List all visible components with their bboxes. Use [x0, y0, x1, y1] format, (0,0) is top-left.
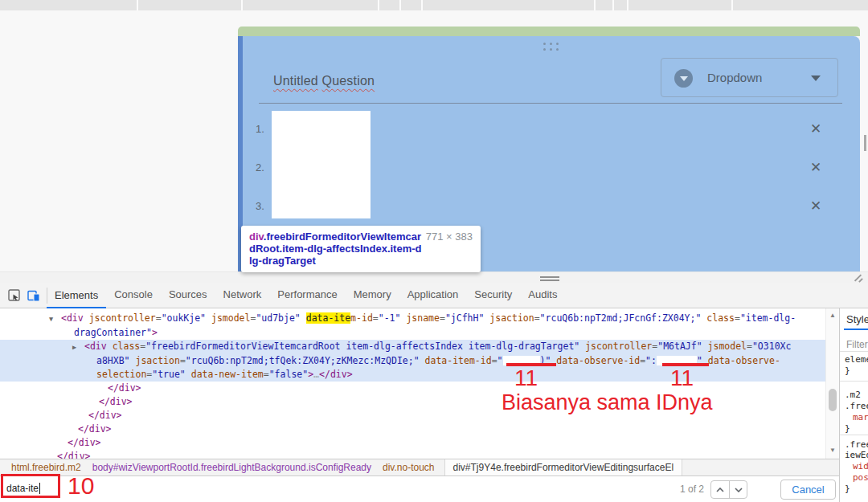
devtools-tabs: Elements Console Sources Network Perform… — [47, 283, 565, 308]
styles-separator — [840, 351, 868, 352]
style-rule-text: .free — [845, 439, 868, 450]
annotation-11-left: 11 — [514, 365, 538, 391]
inspect-tooltip: div.freebirdFormeditorViewItemcardRoot.i… — [241, 226, 481, 272]
style-property-text: wid — [853, 461, 868, 471]
splitter-handle[interactable] — [540, 280, 559, 281]
style-rule-text: } — [845, 423, 850, 434]
breadcrumb-item-body[interactable]: body#wizViewportRootId.freebirdLightBack… — [92, 462, 371, 473]
closing-tag-line[interactable]: </div> — [0, 450, 825, 459]
styles-separator — [840, 381, 868, 382]
question-title-input[interactable]: Untitled Question — [273, 74, 375, 88]
dom-node-line[interactable]: ▼<div jscontroller="oukKje" jsmodel="ud7… — [0, 312, 825, 326]
breadcrumb-item-html[interactable]: html.freebird.m2 — [11, 462, 81, 473]
tooltip-selector: div.freebirdFormeditorViewItemcardRoot.i… — [249, 231, 424, 267]
devtools-splitter[interactable] — [0, 271, 868, 283]
tab-separator — [627, 0, 628, 10]
tooltip-dimensions: 771 × 383 — [426, 231, 473, 243]
tab-styles[interactable]: Styles — [846, 313, 868, 325]
style-property-text: pos — [853, 472, 868, 483]
previous-match-button[interactable] — [711, 481, 729, 498]
next-match-button[interactable] — [729, 481, 747, 498]
option-number: 2. — [256, 161, 264, 173]
remove-option-button[interactable]: ✕ — [810, 120, 821, 137]
chevron-down-icon — [811, 76, 821, 81]
breadcrumb-item-active[interactable]: div#Tj9Y4e.freebirdFormeditorViewEditing… — [444, 459, 683, 475]
tab-sources[interactable]: Sources — [161, 283, 215, 308]
style-rule-text: .free — [845, 401, 868, 411]
option-placeholder-box — [272, 111, 371, 218]
devtools-tab-bar: Elements Console Sources Network Perform… — [0, 283, 868, 308]
closing-tag-line[interactable]: </div> — [0, 436, 825, 450]
annotation-11-right: 11 — [670, 365, 694, 391]
style-rule-text: eleme — [845, 354, 868, 365]
scroll-up-icon[interactable]: ▲ — [826, 312, 839, 319]
page-scrollbar-thumb[interactable] — [864, 135, 866, 151]
splitter-handle[interactable] — [540, 276, 559, 278]
dom-node-line[interactable]: dragContainer"> — [0, 326, 825, 340]
cancel-button[interactable]: Cancel — [780, 480, 836, 500]
tab-separator — [137, 0, 138, 10]
annotation-10: 10 — [68, 472, 94, 500]
annotation-box-search — [1, 474, 60, 498]
style-rule-text: iewEd — [845, 450, 868, 460]
tab-console[interactable]: Console — [106, 283, 161, 308]
tooltip-tag: div — [249, 231, 264, 243]
elements-scrollbar[interactable]: ▲ ▼ — [825, 308, 839, 459]
find-bar: data-ite 1 of 2 Cancel — [0, 475, 839, 502]
style-property-text: mar — [853, 412, 868, 422]
option-number: 1. — [256, 123, 264, 135]
annotation-caption: Biasanya sama IDnya — [502, 390, 713, 415]
dom-node-line[interactable]: selection="true" data-new-item="false">…… — [0, 368, 825, 382]
title-input-underline — [259, 103, 842, 104]
styles-filter-input[interactable]: Filter — [846, 339, 868, 350]
find-nav-buttons — [710, 480, 747, 499]
tab-audits[interactable]: Audits — [520, 283, 565, 308]
tab-separator — [241, 0, 243, 10]
styles-sidebar: Styles Filter eleme } .m2 .free mar } .f… — [839, 308, 868, 502]
tab-separator — [731, 0, 733, 10]
devtools-panel: Elements Console Sources Network Perform… — [0, 283, 868, 502]
closing-tag-line[interactable]: </div> — [0, 422, 825, 436]
remove-option-button[interactable]: ✕ — [810, 159, 821, 176]
title-word: Untitled — [273, 74, 318, 88]
dom-tree: ▼<div jscontroller="oukKje" jsmodel="ud7… — [0, 308, 825, 459]
tab-elements[interactable]: Elements — [47, 283, 106, 308]
breadcrumb: html.freebird.m2 body#wizViewportRootId.… — [0, 459, 839, 475]
question-type-select[interactable]: Dropdown — [661, 58, 838, 97]
scrollbar-thumb[interactable] — [829, 389, 837, 411]
tab-separator — [378, 0, 379, 10]
tooltip-classes: .freebirdFormeditorViewItemcardRoot.item… — [249, 231, 422, 267]
tab-application[interactable]: Application — [399, 283, 467, 308]
match-count: 1 of 2 — [680, 484, 704, 495]
inspect-element-icon[interactable] — [8, 289, 21, 302]
remove-option-button[interactable]: ✕ — [810, 198, 821, 214]
breadcrumb-item-div[interactable]: div.no-touch — [383, 462, 434, 473]
question-type-label: Dropdown — [707, 59, 762, 96]
dom-node-line[interactable]: ▶<div class="freebirdFormeditorViewItemc… — [0, 340, 825, 354]
dropdown-type-icon — [674, 69, 693, 88]
scroll-down-icon[interactable]: ▼ — [826, 447, 839, 454]
drag-handle-icon[interactable] — [543, 43, 559, 51]
style-rule-text: } — [845, 365, 850, 376]
title-word: Question — [322, 74, 375, 88]
selected-dom-node[interactable]: ▶<div class="freebirdFormeditorViewItemc… — [0, 340, 825, 382]
browser-tab-strip — [0, 0, 868, 10]
resize-corner-icon — [858, 278, 863, 283]
tab-separator — [612, 0, 614, 10]
tab-separator — [399, 0, 401, 10]
device-toolbar-icon[interactable] — [27, 289, 40, 302]
styles-tab-underline — [844, 329, 868, 330]
tab-security[interactable]: Security — [466, 283, 520, 308]
style-rule-text: } — [845, 484, 850, 494]
tab-network[interactable]: Network — [215, 283, 270, 308]
tab-performance[interactable]: Performance — [269, 283, 345, 308]
overlay-padding-strip — [238, 27, 860, 36]
styles-separator — [840, 435, 868, 435]
tab-separator — [421, 0, 423, 10]
tab-separator — [594, 0, 596, 10]
style-rule-text: .m2 — [845, 390, 861, 400]
option-number: 3. — [256, 200, 264, 212]
tab-memory[interactable]: Memory — [346, 283, 399, 308]
screenshot-root: Untitled Question Dropdown 1. 2. 3. ✕ ✕ … — [0, 0, 868, 502]
